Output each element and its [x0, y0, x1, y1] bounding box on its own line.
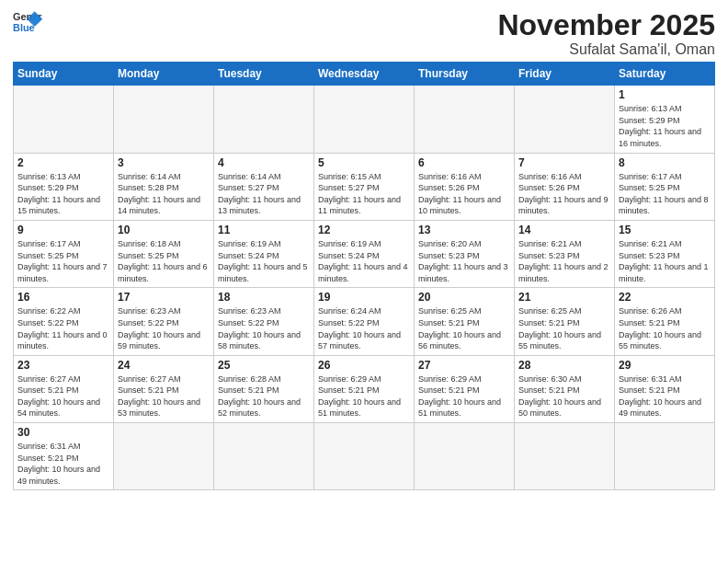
day-info: Sunrise: 6:17 AM Sunset: 5:25 PM Dayligh…: [619, 171, 711, 217]
calendar-cell: 7Sunrise: 6:16 AM Sunset: 5:26 PM Daylig…: [515, 153, 615, 220]
calendar-cell: 28Sunrise: 6:30 AM Sunset: 5:21 PM Dayli…: [515, 355, 615, 422]
day-number: 24: [118, 359, 210, 372]
day-number: 13: [418, 224, 510, 236]
calendar-cell: 27Sunrise: 6:29 AM Sunset: 5:21 PM Dayli…: [415, 355, 515, 422]
day-number: 7: [518, 156, 610, 169]
calendar-week-3: 9Sunrise: 6:17 AM Sunset: 5:25 PM Daylig…: [14, 220, 715, 287]
day-info: Sunrise: 6:30 AM Sunset: 5:21 PM Dayligh…: [518, 373, 610, 419]
day-number: 12: [318, 224, 410, 236]
calendar-cell: 17Sunrise: 6:23 AM Sunset: 5:22 PM Dayli…: [114, 288, 214, 355]
calendar-cell: 20Sunrise: 6:25 AM Sunset: 5:21 PM Dayli…: [415, 288, 515, 355]
day-info: Sunrise: 6:19 AM Sunset: 5:24 PM Dayligh…: [218, 238, 310, 284]
day-number: 4: [218, 156, 310, 169]
day-number: 19: [318, 291, 410, 304]
calendar-subtitle: Sufalat Sama'il, Oman: [497, 41, 715, 58]
calendar-cell: [214, 86, 314, 153]
weekday-monday: Monday: [114, 63, 214, 86]
calendar-cell: 29Sunrise: 6:31 AM Sunset: 5:21 PM Dayli…: [615, 355, 715, 422]
day-info: Sunrise: 6:13 AM Sunset: 5:29 PM Dayligh…: [17, 171, 109, 217]
day-number: 1: [619, 88, 711, 101]
day-number: 9: [17, 224, 109, 236]
calendar-cell: [314, 86, 415, 153]
calendar-week-2: 2Sunrise: 6:13 AM Sunset: 5:29 PM Daylig…: [14, 153, 715, 220]
day-number: 14: [518, 224, 610, 236]
day-number: 2: [17, 156, 109, 169]
calendar-cell: [515, 86, 615, 153]
calendar-cell: 4Sunrise: 6:14 AM Sunset: 5:27 PM Daylig…: [214, 153, 314, 220]
weekday-tuesday: Tuesday: [214, 63, 314, 86]
calendar-cell: 12Sunrise: 6:19 AM Sunset: 5:24 PM Dayli…: [314, 220, 415, 287]
day-number: 26: [318, 359, 410, 372]
logo-icon: General Blue: [13, 9, 42, 35]
weekday-wednesday: Wednesday: [314, 63, 415, 86]
day-info: Sunrise: 6:25 AM Sunset: 5:21 PM Dayligh…: [418, 305, 510, 351]
calendar-week-1: 1Sunrise: 6:13 AM Sunset: 5:29 PM Daylig…: [14, 86, 715, 153]
day-info: Sunrise: 6:14 AM Sunset: 5:27 PM Dayligh…: [218, 171, 310, 217]
calendar-week-5: 23Sunrise: 6:27 AM Sunset: 5:21 PM Dayli…: [14, 355, 715, 422]
weekday-saturday: Saturday: [615, 63, 715, 86]
calendar-week-6: 30Sunrise: 6:31 AM Sunset: 5:21 PM Dayli…: [14, 423, 715, 490]
day-info: Sunrise: 6:18 AM Sunset: 5:25 PM Dayligh…: [118, 238, 210, 284]
day-number: 18: [218, 291, 310, 304]
calendar-cell: 24Sunrise: 6:27 AM Sunset: 5:21 PM Dayli…: [114, 355, 214, 422]
calendar-cell: 23Sunrise: 6:27 AM Sunset: 5:21 PM Dayli…: [14, 355, 114, 422]
calendar-cell: 1Sunrise: 6:13 AM Sunset: 5:29 PM Daylig…: [615, 86, 715, 153]
day-info: Sunrise: 6:31 AM Sunset: 5:21 PM Dayligh…: [17, 441, 109, 487]
day-info: Sunrise: 6:29 AM Sunset: 5:21 PM Dayligh…: [318, 373, 410, 419]
day-info: Sunrise: 6:21 AM Sunset: 5:23 PM Dayligh…: [619, 238, 711, 284]
calendar-cell: 26Sunrise: 6:29 AM Sunset: 5:21 PM Dayli…: [314, 355, 415, 422]
calendar-cell: [515, 423, 615, 490]
day-number: 23: [17, 359, 109, 372]
calendar-cell: 10Sunrise: 6:18 AM Sunset: 5:25 PM Dayli…: [114, 220, 214, 287]
calendar-title: November 2025: [497, 9, 715, 41]
day-number: 27: [418, 359, 510, 372]
calendar-cell: [114, 86, 214, 153]
calendar-cell: [14, 86, 114, 153]
calendar-cell: 9Sunrise: 6:17 AM Sunset: 5:25 PM Daylig…: [14, 220, 114, 287]
calendar-cell: [214, 423, 314, 490]
calendar-cell: 13Sunrise: 6:20 AM Sunset: 5:23 PM Dayli…: [415, 220, 515, 287]
weekday-thursday: Thursday: [415, 63, 515, 86]
day-info: Sunrise: 6:27 AM Sunset: 5:21 PM Dayligh…: [118, 373, 210, 419]
calendar-cell: 5Sunrise: 6:15 AM Sunset: 5:27 PM Daylig…: [314, 153, 415, 220]
day-number: 30: [17, 426, 109, 439]
day-info: Sunrise: 6:25 AM Sunset: 5:21 PM Dayligh…: [518, 305, 610, 351]
svg-text:Blue: Blue: [13, 22, 35, 33]
day-number: 8: [619, 156, 711, 169]
calendar-cell: 8Sunrise: 6:17 AM Sunset: 5:25 PM Daylig…: [615, 153, 715, 220]
page: General Blue November 2025 Sufalat Sama'…: [0, 0, 728, 563]
day-info: Sunrise: 6:19 AM Sunset: 5:24 PM Dayligh…: [318, 238, 410, 284]
calendar-cell: [615, 423, 715, 490]
day-number: 25: [218, 359, 310, 372]
title-block: November 2025 Sufalat Sama'il, Oman: [497, 9, 715, 58]
day-number: 15: [619, 224, 711, 236]
day-number: 11: [218, 224, 310, 236]
day-number: 29: [619, 359, 711, 372]
calendar-cell: 14Sunrise: 6:21 AM Sunset: 5:23 PM Dayli…: [515, 220, 615, 287]
day-info: Sunrise: 6:17 AM Sunset: 5:25 PM Dayligh…: [17, 238, 109, 284]
day-info: Sunrise: 6:21 AM Sunset: 5:23 PM Dayligh…: [518, 238, 610, 284]
weekday-sunday: Sunday: [14, 63, 114, 86]
calendar-week-4: 16Sunrise: 6:22 AM Sunset: 5:22 PM Dayli…: [14, 288, 715, 355]
day-number: 22: [619, 291, 711, 304]
calendar-cell: 19Sunrise: 6:24 AM Sunset: 5:22 PM Dayli…: [314, 288, 415, 355]
day-number: 3: [118, 156, 210, 169]
day-info: Sunrise: 6:26 AM Sunset: 5:21 PM Dayligh…: [619, 305, 711, 351]
calendar-cell: [415, 86, 515, 153]
day-info: Sunrise: 6:28 AM Sunset: 5:21 PM Dayligh…: [218, 373, 310, 419]
day-number: 17: [118, 291, 210, 304]
calendar-cell: 22Sunrise: 6:26 AM Sunset: 5:21 PM Dayli…: [615, 288, 715, 355]
day-number: 16: [17, 291, 109, 304]
day-info: Sunrise: 6:29 AM Sunset: 5:21 PM Dayligh…: [418, 373, 510, 419]
day-info: Sunrise: 6:23 AM Sunset: 5:22 PM Dayligh…: [218, 305, 310, 351]
day-number: 21: [518, 291, 610, 304]
calendar-cell: 6Sunrise: 6:16 AM Sunset: 5:26 PM Daylig…: [415, 153, 515, 220]
calendar-table: SundayMondayTuesdayWednesdayThursdayFrid…: [13, 62, 715, 490]
day-info: Sunrise: 6:15 AM Sunset: 5:27 PM Dayligh…: [318, 171, 410, 217]
day-number: 5: [318, 156, 410, 169]
weekday-friday: Friday: [515, 63, 615, 86]
calendar-cell: 30Sunrise: 6:31 AM Sunset: 5:21 PM Dayli…: [14, 423, 114, 490]
calendar-cell: 11Sunrise: 6:19 AM Sunset: 5:24 PM Dayli…: [214, 220, 314, 287]
calendar-cell: 18Sunrise: 6:23 AM Sunset: 5:22 PM Dayli…: [214, 288, 314, 355]
calendar-cell: 16Sunrise: 6:22 AM Sunset: 5:22 PM Dayli…: [14, 288, 114, 355]
